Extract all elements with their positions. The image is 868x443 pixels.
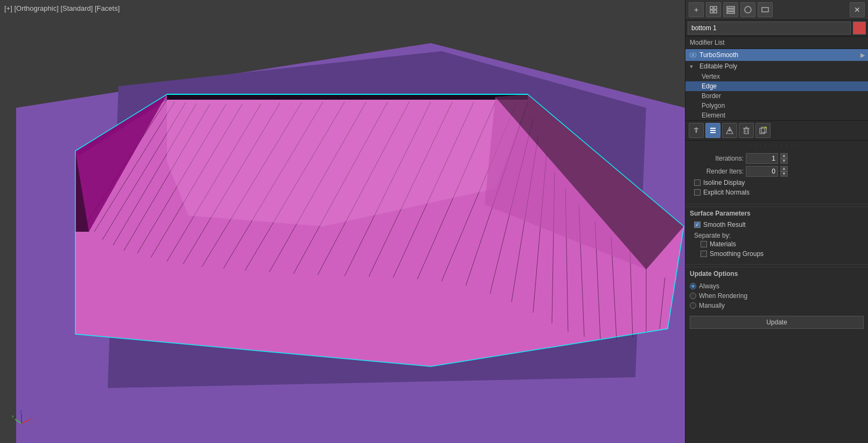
sub-edge[interactable]: Edge: [685, 81, 868, 91]
svg-rect-56: [727, 12, 734, 13]
manually-radio[interactable]: [690, 302, 696, 309]
iterations-spinner: ▲ ▼: [780, 153, 788, 164]
delete-modifier-button[interactable]: [739, 123, 754, 138]
separator-1: [685, 204, 868, 204]
axes-indicator: X Y Z: [11, 411, 32, 432]
manually-label: Manually: [699, 302, 725, 309]
svg-text:X: X: [31, 416, 32, 420]
svg-point-60: [692, 54, 694, 56]
svg-point-68: [729, 129, 731, 131]
sub-border[interactable]: Border: [685, 91, 868, 101]
smooth-result-row: ✓ Smooth Result: [690, 221, 864, 229]
add-modifier-button[interactable]: +: [689, 2, 704, 17]
iterations-down[interactable]: ▼: [780, 158, 788, 164]
always-radio[interactable]: [690, 283, 696, 289]
update-options-content: Always When Rendering Manually: [685, 279, 868, 313]
svg-rect-69: [744, 129, 748, 134]
isoline-row: Isoline Display: [690, 179, 864, 186]
viewport-label: [+] [Orthographic] [Standard] [Facets]: [4, 4, 120, 12]
when-rendering-row[interactable]: When Rendering: [685, 291, 868, 301]
always-label: Always: [699, 282, 719, 290]
when-rendering-radio[interactable]: [690, 293, 696, 299]
svg-rect-54: [727, 6, 734, 8]
modifier-tools: [685, 120, 868, 141]
smooth-result-label: Smooth Result: [703, 221, 746, 229]
turbosmooth-arrow: ▶: [860, 52, 865, 59]
svg-rect-64: [710, 128, 716, 129]
render-iters-up[interactable]: ▲: [780, 166, 788, 171]
modifier-editable-poly[interactable]: ▼ Editable Poly: [685, 61, 868, 72]
smooth-result-checkbox[interactable]: ✓: [694, 221, 701, 228]
svg-marker-4: [167, 94, 528, 100]
svg-point-57: [745, 6, 751, 13]
properties-section: Iterations: ▲ ▼ Render Iters: ▲ ▼ Isolin…: [685, 150, 868, 202]
rect-button[interactable]: [758, 2, 773, 17]
editable-poly-arrow: ▼: [689, 64, 697, 70]
sub-vertex[interactable]: Vertex: [685, 72, 868, 81]
object-name-input[interactable]: [688, 22, 851, 34]
separator-2: [685, 264, 868, 265]
modifier-list-label: Modifier List: [685, 37, 868, 49]
svg-text:Z: Z: [20, 411, 23, 414]
editable-poly-label: Editable Poly: [699, 63, 737, 70]
modifier-config-button[interactable]: [723, 2, 738, 17]
turbosmooth-label: TurboSmooth: [699, 51, 738, 59]
object-name-bar: [685, 20, 868, 37]
materials-label: Materials: [710, 240, 736, 248]
viewport-scene: [0, 0, 685, 443]
sub-polygon[interactable]: Polygon: [685, 101, 868, 110]
manually-row[interactable]: Manually: [685, 301, 868, 310]
svg-rect-55: [727, 9, 734, 11]
svg-rect-51: [714, 6, 717, 9]
modifier-stack: TurboSmooth ▶ ▼ Editable Poly Vertex Edg…: [685, 49, 868, 120]
copy-modifier-button[interactable]: [755, 123, 771, 138]
viewport[interactable]: [+] [Orthographic] [Standard] [Facets]: [0, 0, 685, 443]
top-toolbar: + ✕: [685, 0, 868, 20]
filter-button[interactable]: [722, 123, 737, 138]
separate-by-label: Separate by:: [690, 231, 864, 240]
iterations-up[interactable]: ▲: [780, 153, 788, 158]
list-view-button[interactable]: [705, 123, 720, 138]
surface-parameters-header: Surface Parameters: [685, 206, 868, 219]
object-color-swatch[interactable]: [853, 22, 866, 34]
render-iters-label: Render Iters:: [690, 168, 744, 175]
svg-line-46: [15, 419, 22, 424]
svg-rect-65: [710, 130, 716, 131]
isoline-label: Isoline Display: [703, 179, 745, 186]
explicit-normals-row: Explicit Normals: [690, 189, 864, 196]
modifier-turbosmooth[interactable]: TurboSmooth ▶: [685, 49, 868, 61]
smoothing-groups-row: Smoothing Groups: [690, 250, 864, 258]
close-x-button[interactable]: ✕: [850, 2, 865, 17]
sphere-button[interactable]: [740, 2, 755, 17]
update-button[interactable]: Update: [690, 316, 864, 329]
sub-items: Vertex Edge Border Polygon Element: [685, 72, 868, 120]
svg-line-44: [22, 419, 30, 424]
eye-icon[interactable]: [689, 51, 697, 59]
update-options-header: Update Options: [685, 267, 868, 279]
materials-checkbox[interactable]: [701, 241, 707, 247]
svg-rect-58: [762, 8, 768, 12]
render-iters-row: Render Iters: ▲ ▼: [690, 166, 864, 177]
smoothing-groups-label: Smoothing Groups: [710, 250, 764, 258]
modifier-set-button[interactable]: [706, 2, 721, 17]
isoline-checkbox[interactable]: [694, 179, 701, 186]
right-panel: + ✕: [685, 0, 868, 443]
pin-button[interactable]: [689, 123, 704, 138]
sub-element[interactable]: Element: [685, 110, 868, 120]
render-iters-input[interactable]: [746, 166, 778, 177]
svg-marker-63: [695, 131, 697, 133]
svg-text:Y: Y: [12, 414, 15, 419]
svg-rect-53: [714, 10, 717, 13]
iterations-row: Iterations: ▲ ▼: [690, 153, 864, 164]
smoothing-groups-checkbox[interactable]: [701, 251, 707, 257]
materials-row: Materials: [690, 240, 864, 248]
always-row[interactable]: Always: [685, 281, 868, 291]
svg-rect-66: [710, 132, 716, 133]
iterations-input[interactable]: [746, 153, 778, 164]
render-iters-spinner: ▲ ▼: [780, 166, 788, 177]
render-iters-down[interactable]: ▼: [780, 171, 788, 177]
iterations-label: Iterations:: [690, 155, 744, 162]
surface-params-content: ✓ Smooth Result Separate by: Materials S…: [685, 219, 868, 262]
dots-separator: · · · · · · · · · · ·: [685, 141, 868, 150]
explicit-normals-checkbox[interactable]: [694, 189, 701, 196]
